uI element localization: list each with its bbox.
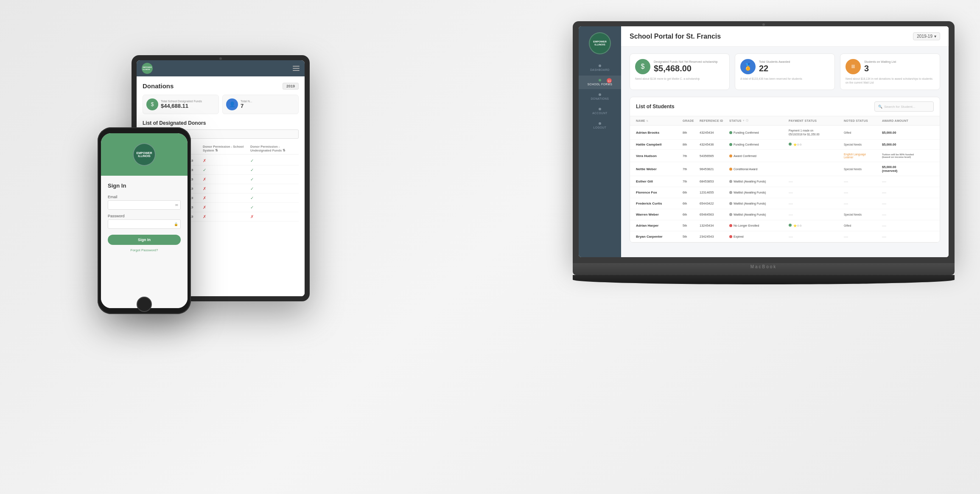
tablet-stat-card-1: $ Total School Designated Funds $44,688.… xyxy=(143,95,219,114)
donations-dot xyxy=(599,93,601,96)
sidebar-label-school-forms: SCHOOL FORMS xyxy=(588,83,613,86)
status-dot-6 xyxy=(729,191,732,194)
ref-4: 96453821 xyxy=(700,167,729,171)
phone-email-label: Email xyxy=(108,195,181,199)
tablet-undesig-7: ✗ xyxy=(250,214,298,219)
laptop-camera xyxy=(762,23,765,26)
sidebar-label-logout: LOGOUT xyxy=(594,126,606,129)
sidebar-item-account[interactable]: ACCOUNT xyxy=(579,104,621,118)
tablet-undesig-2: ✓ xyxy=(250,168,298,172)
status-dot-9 xyxy=(729,224,732,227)
noted-5: — xyxy=(844,179,882,184)
grade-4: 7th xyxy=(683,167,700,171)
status-1: Funding Confirmed xyxy=(729,131,789,134)
lock-icon: 🔒 xyxy=(174,222,178,226)
award-10: — xyxy=(882,234,920,239)
sidebar-item-dashboard[interactable]: DASHBOARD xyxy=(579,61,621,75)
status-7: Waitlist (Awaiting Funds) xyxy=(729,202,789,205)
status-6: Waitlist (Awaiting Funds) xyxy=(729,191,789,194)
phone-header: EMPOWER ILLINOIS xyxy=(101,133,188,176)
email-icon: ✉ xyxy=(175,203,178,207)
grade-6: 6th xyxy=(683,191,700,194)
tablet-school-3: ✗ xyxy=(203,177,250,182)
tablet-school-2: ✓ xyxy=(203,168,250,172)
tablet-school-6: ✗ xyxy=(203,205,250,210)
status-dot-7 xyxy=(729,202,732,205)
noted-7: — xyxy=(844,201,882,206)
stat-value-1: $5,468.00 xyxy=(654,64,718,73)
medal-icon: 🏅 xyxy=(740,59,756,74)
noted-3: English LanguageLearner xyxy=(844,153,882,159)
tablet-undesig-6: ✓ xyxy=(250,205,298,210)
table-row: Vera Hudson 7th 54356565 Award Confirmed xyxy=(630,150,940,162)
table-row: Esther Gill 7th 68453853 Waitlist (Await… xyxy=(630,176,940,187)
status-2: Funding Confirmed xyxy=(729,143,789,146)
ref-9: 13245434 xyxy=(700,224,729,227)
payment-6: — xyxy=(789,190,844,195)
sidebar-item-school-forms[interactable]: SCHOOL FORMS 11 xyxy=(579,76,621,89)
phone-logo: EMPOWER ILLINOIS xyxy=(133,143,156,166)
app-layout: EMPOWER ILLINOIS DASHBOARD SCHOOL FORMS … xyxy=(579,26,949,257)
phone-forgot-password[interactable]: Forgot Password? xyxy=(108,248,181,252)
stat-card-header-3: ≡ Students on Waiting List 3 xyxy=(846,59,935,74)
sidebar-item-logout[interactable]: LOGOUT xyxy=(579,119,621,132)
stat-title-1: Designated Funds Not Yet Reserved schola… xyxy=(654,60,718,64)
phone-device: EMPOWER ILLINOIS Sign In Email ✉ Passwor… xyxy=(98,127,191,314)
status-10: Expired xyxy=(729,235,789,238)
tablet-col-school: Donor Permission - School System ⇅ xyxy=(203,145,250,152)
status-dot-5 xyxy=(729,180,732,183)
tablet-year-badge[interactable]: 2019 xyxy=(283,83,299,90)
status-dot-3 xyxy=(729,154,732,157)
student-name-7: Frederick Curtis xyxy=(636,202,683,205)
laptop-base: MacBook xyxy=(573,263,955,275)
phone-email-input[interactable]: ✉ xyxy=(108,200,181,210)
stat-card-header-1: $ Designated Funds Not Yet Reserved scho… xyxy=(635,59,724,74)
stat-card-waitlist: ≡ Students on Waiting List 3 Need about … xyxy=(840,53,940,90)
search-icon: 🔍 xyxy=(878,105,882,109)
ref-5: 68453853 xyxy=(700,180,729,183)
payment-5: — xyxy=(789,179,844,184)
ref-8: 65464563 xyxy=(700,213,729,216)
stat-note-3: Need about $18,134 in net donations to a… xyxy=(846,77,935,84)
sidebar-item-donations[interactable]: DONATIONS xyxy=(579,90,621,104)
school-forms-badge: 11 xyxy=(607,78,612,83)
list-header-row: List of Students 🔍 Search for Student... xyxy=(630,97,940,116)
noted-10: — xyxy=(844,234,882,239)
phone-signin-button[interactable]: Sign In xyxy=(108,235,181,245)
col-grade: Grade xyxy=(683,119,700,123)
award-5: — xyxy=(882,179,920,184)
tablet-col-undesig: Donor Permission - Undesignated Funds ⇅ xyxy=(250,145,298,152)
tablet-school-1: ✗ xyxy=(203,158,250,163)
stats-row: $ Designated Funds Not Yet Reserved scho… xyxy=(630,53,940,90)
phone-home-button[interactable] xyxy=(137,297,152,312)
phone-notch xyxy=(132,130,157,133)
tablet-hamburger-icon[interactable] xyxy=(293,66,300,71)
award-9: — xyxy=(882,223,920,228)
table-row: Adrian Brooks 8th 43245434 Funding Confi… xyxy=(630,126,940,140)
tablet-stat-icon-dollar: $ xyxy=(146,98,158,110)
ref-6: 12314655 xyxy=(700,191,729,194)
sidebar-label-account: ACCOUNT xyxy=(592,112,608,115)
tablet-stat-label-2: Total N... xyxy=(241,100,252,103)
col-status: Status ▼ ⓘ xyxy=(729,119,789,123)
phone-password-input[interactable]: 🔒 xyxy=(108,219,181,229)
student-name-3: Vera Hudson xyxy=(636,154,683,158)
stat-note-1: Need about $134 more to get Mattie C. a … xyxy=(635,77,724,81)
tablet-nav: EMPOWERILLINOIS xyxy=(137,60,305,76)
award-6: — xyxy=(882,190,920,195)
chevron-down-icon: ▾ xyxy=(934,34,936,39)
student-name-10: Bryan Carpenter xyxy=(636,235,683,239)
sidebar-label-donations: DONATIONS xyxy=(591,97,609,100)
school-forms-dot xyxy=(599,79,601,81)
year-selector[interactable]: 2019-19 ▾ xyxy=(913,32,940,40)
account-dot xyxy=(599,108,601,110)
award-3: Tuition will be 90% funded (based on inc… xyxy=(882,153,920,158)
student-search-box[interactable]: 🔍 Search for Student... xyxy=(874,101,934,112)
payment-8: — xyxy=(789,212,844,217)
list-title: List of Students xyxy=(636,104,675,109)
table-row: Florence Fox 6th 12314655 Waitlist (Awai… xyxy=(630,187,940,198)
laptop-device: EMPOWER ILLINOIS DASHBOARD SCHOOL FORMS … xyxy=(573,21,955,284)
stat-card-header-2: 🏅 Total Students Awarded 22 xyxy=(740,59,829,74)
ref-3: 54356565 xyxy=(700,154,729,158)
student-name-6: Florence Fox xyxy=(636,191,683,194)
